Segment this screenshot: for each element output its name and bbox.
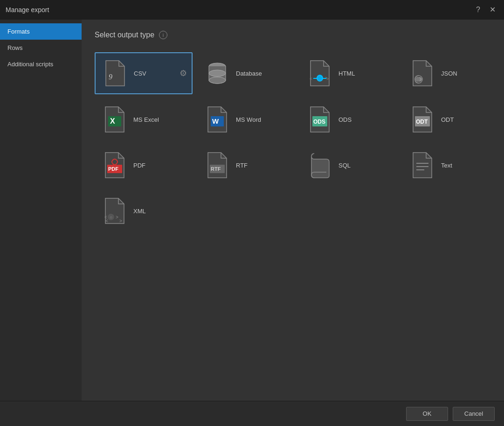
html-icon: < > < > — [308, 60, 332, 87]
cancel-button[interactable]: Cancel — [453, 407, 495, 421]
format-item-json[interactable]: JSON — [402, 52, 500, 94]
svg-point-3 — [209, 70, 226, 77]
svg-text:○: ○ — [110, 215, 112, 220]
database-icon — [205, 60, 229, 87]
ods-icon: ODS — [308, 106, 332, 133]
format-item-ms-word[interactable]: W MS Word — [197, 99, 295, 140]
sidebar-item-additional-scripts[interactable]: Additional scripts — [0, 56, 82, 72]
sql-label: SQL — [338, 162, 351, 169]
svg-text:>: > — [116, 215, 118, 220]
format-item-ms-excel[interactable]: X MS Excel — [95, 99, 193, 140]
ms-excel-icon: X — [103, 106, 127, 133]
main-area: Select output type i 9 CSV — [82, 20, 504, 401]
xml-label: XML — [133, 208, 146, 215]
help-button[interactable]: ? — [473, 5, 483, 14]
ms-word-label: MS Word — [236, 116, 261, 123]
svg-text:>: > — [119, 218, 122, 223]
sidebar-item-rows[interactable]: Rows — [0, 40, 82, 56]
svg-point-14 — [415, 77, 420, 82]
format-item-odt[interactable]: ODT ODT — [402, 99, 500, 140]
main-header: Select output type i — [95, 31, 491, 39]
csv-icon: 9 — [103, 60, 127, 87]
ods-label: ODS — [338, 116, 352, 123]
svg-text:RTF: RTF — [211, 166, 221, 172]
gear-icon[interactable]: ⚙ — [180, 68, 187, 78]
odt-label: ODT — [441, 116, 454, 123]
svg-text:<: < — [310, 77, 312, 81]
html-label: HTML — [338, 70, 355, 77]
format-item-pdf[interactable]: PDF PDF — [95, 145, 193, 186]
close-button[interactable]: ✕ — [487, 5, 498, 14]
text-icon — [410, 152, 435, 179]
ms-word-icon: W — [205, 106, 229, 133]
dialog-title: Manage export — [6, 6, 49, 14]
format-item-sql[interactable]: SQL — [300, 145, 398, 186]
svg-text:X: X — [110, 117, 115, 125]
csv-label: CSV — [134, 70, 146, 77]
format-item-ods[interactable]: ODS ODS — [300, 99, 398, 140]
rtf-icon: RTF — [205, 152, 229, 179]
format-item-rtf[interactable]: RTF RTF — [197, 145, 295, 186]
svg-text:ODS: ODS — [313, 119, 325, 125]
manage-export-dialog: Manage export ? ✕ Formats Rows Additiona… — [0, 0, 504, 426]
svg-text:PDF: PDF — [108, 166, 118, 172]
pdf-label: PDF — [133, 162, 145, 169]
odt-icon: ODT — [410, 106, 435, 133]
svg-text:9: 9 — [109, 73, 112, 81]
sql-icon — [308, 152, 332, 179]
database-label: Database — [236, 70, 262, 77]
dialog-footer: OK Cancel — [0, 401, 504, 426]
format-item-xml[interactable]: < ○ > < > XML — [95, 190, 193, 231]
format-item-csv[interactable]: 9 CSV ⚙ — [95, 52, 193, 94]
pdf-icon: PDF — [103, 152, 127, 179]
main-title: Select output type — [95, 31, 154, 39]
svg-text:W: W — [212, 117, 219, 125]
sidebar: Formats Rows Additional scripts — [0, 20, 82, 401]
text-label: Text — [441, 162, 452, 169]
ok-button[interactable]: OK — [406, 407, 448, 421]
json-label: JSON — [441, 70, 457, 77]
json-icon — [410, 60, 435, 87]
xml-icon: < ○ > < > — [103, 197, 127, 224]
svg-text:ODT: ODT — [416, 119, 428, 125]
dialog-body: Formats Rows Additional scripts Select o… — [0, 20, 504, 401]
svg-text:<: < — [105, 218, 108, 223]
sidebar-item-formats[interactable]: Formats — [0, 23, 82, 40]
formats-grid: 9 CSV ⚙ Da — [95, 52, 491, 231]
format-item-html[interactable]: < > < > HTML — [300, 52, 398, 94]
title-bar: Manage export ? ✕ — [0, 0, 504, 20]
rtf-label: RTF — [236, 162, 248, 169]
format-item-text[interactable]: Text — [402, 145, 500, 186]
svg-point-2 — [209, 77, 226, 84]
title-bar-buttons: ? ✕ — [473, 5, 498, 14]
info-icon[interactable]: i — [159, 31, 167, 39]
format-item-database[interactable]: Database — [197, 52, 295, 94]
ms-excel-label: MS Excel — [133, 116, 159, 123]
